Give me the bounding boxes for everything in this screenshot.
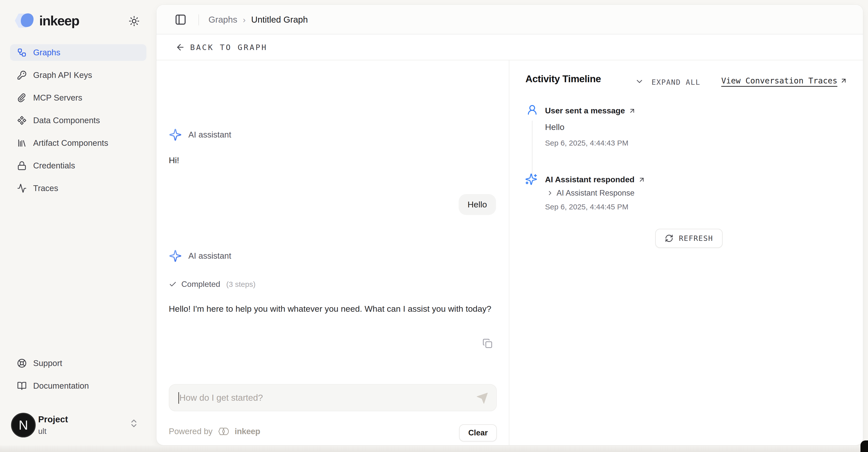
breadcrumb-separator-line — [198, 14, 199, 25]
send-icon — [476, 392, 489, 405]
assistant-name-label: AI assistant — [188, 251, 231, 261]
activity-timeline-panel: Activity Timeline EXPAND ALL View Conver… — [510, 60, 863, 445]
sidebar-item-label: Data Components — [33, 116, 100, 125]
sidebar-footer-nav: Support Documentation — [10, 355, 147, 400]
sparkles-icon — [169, 128, 182, 141]
workflow-icon — [17, 48, 27, 57]
sidebar-item-data-components[interactable]: Data Components — [10, 112, 147, 129]
panel-left-icon — [175, 13, 187, 26]
inkeep-logo-icon — [13, 11, 36, 30]
component-icon — [17, 116, 27, 125]
refresh-label: REFRESH — [679, 234, 713, 243]
refresh-icon — [665, 234, 673, 243]
timeline-event-timestamp: Sep 6, 2025, 4:44:45 PM — [545, 203, 628, 211]
assistant-message-header: AI assistant — [169, 249, 231, 262]
sun-icon — [129, 16, 140, 27]
view-traces-label: View Conversation Traces — [721, 76, 837, 85]
user-icon — [526, 104, 538, 116]
expand-all-button[interactable]: EXPAND ALL — [651, 78, 701, 86]
sidebar-item-label: Support — [33, 359, 62, 368]
completion-status[interactable]: Completed (3 steps) — [169, 280, 255, 289]
event-title-label: User sent a message — [545, 106, 625, 115]
sidebar-item-label: Documentation — [33, 381, 89, 391]
assistant-response-expander[interactable]: AI Assistant Response — [547, 189, 634, 198]
breadcrumb-current-page: Untitled Graph — [251, 15, 308, 25]
refresh-button[interactable]: REFRESH — [655, 229, 722, 248]
lock-icon — [17, 161, 27, 170]
sidebar-item-mcp-servers[interactable]: MCP Servers — [10, 89, 147, 106]
sidebar-item-credentials[interactable]: Credentials — [10, 158, 147, 174]
sidebar-item-graphs[interactable]: Graphs — [10, 44, 147, 61]
copy-button[interactable] — [480, 336, 495, 350]
sidebar-item-documentation[interactable]: Documentation — [10, 377, 147, 394]
user-message-bubble: Hello — [459, 194, 496, 215]
chevrons-up-down-icon — [129, 418, 139, 428]
clear-button[interactable]: Clear — [459, 424, 497, 442]
sidebar-item-support[interactable]: Support — [10, 355, 147, 372]
sidebar: inkeep Graphs — [0, 0, 156, 452]
expander-label: AI Assistant Response — [557, 189, 634, 198]
arrow-up-right-icon — [638, 176, 646, 183]
breadcrumb: Graphs › Untitled Graph — [209, 5, 308, 34]
timeline-event-body: Hello — [545, 122, 564, 132]
arrow-left-icon — [176, 43, 185, 52]
status-label: Completed — [181, 280, 220, 289]
sidebar-item-label: Artifact Components — [33, 138, 108, 148]
theme-toggle-button[interactable] — [127, 14, 141, 28]
paperclip-icon — [17, 93, 27, 103]
inkeep-mark-icon — [217, 426, 230, 436]
arrow-up-right-icon — [840, 77, 847, 84]
life-buoy-icon — [17, 359, 27, 368]
status-steps-count: (3 steps) — [226, 280, 256, 289]
project-selector[interactable]: N Project ult — [10, 410, 149, 443]
timeline-event-title[interactable]: AI Assistant responded — [545, 175, 646, 184]
breadcrumb-bar: Graphs › Untitled Graph — [156, 5, 863, 34]
chevron-down-icon[interactable] — [635, 77, 644, 86]
powered-by: Powered by inkeep — [169, 426, 260, 436]
activity-icon — [17, 183, 27, 193]
arrow-up-right-icon — [628, 107, 636, 115]
sidebar-item-label: Graph API Keys — [33, 70, 92, 80]
assistant-message-1: Hi! — [169, 156, 179, 165]
sidebar-item-label: MCP Servers — [33, 93, 82, 103]
timeline-title: Activity Timeline — [525, 74, 601, 84]
sidebar-item-label: Graphs — [33, 48, 60, 57]
logo-wordmark: inkeep — [39, 13, 79, 28]
chat-footer: Powered by inkeep Clear — [169, 424, 497, 442]
sidebar-collapse-button[interactable] — [174, 13, 187, 26]
check-icon — [169, 280, 177, 288]
breadcrumb-graphs-link[interactable]: Graphs — [209, 15, 237, 25]
project-subtitle: ult — [38, 427, 46, 436]
sidebar-item-label: Traces — [33, 183, 58, 193]
inkeep-logo[interactable]: inkeep — [13, 11, 79, 30]
sparkles-icon — [525, 173, 537, 186]
view-conversation-traces-link[interactable]: View Conversation Traces — [721, 76, 847, 85]
inkeep-dashboard: inkeep Graphs — [0, 0, 868, 452]
sidebar-nav: Graphs Graph API Keys MCP Servers — [10, 44, 147, 203]
main-panel: Graphs › Untitled Graph BACK TO GRAPH — [156, 5, 863, 445]
chat-message-input[interactable] — [179, 385, 463, 411]
chat-input-container — [169, 384, 497, 411]
chat-preview-panel: AI assistant Hi! Hello AI assistant — [156, 60, 509, 445]
sidebar-item-artifact-components[interactable]: Artifact Components — [10, 135, 147, 151]
chevron-right-icon — [547, 190, 554, 197]
powered-by-label: Powered by — [169, 427, 213, 436]
background-window-corner — [861, 441, 868, 452]
timeline-event-timestamp: Sep 6, 2025, 4:44:43 PM — [545, 139, 628, 147]
copy-icon — [483, 338, 493, 348]
clear-button-label: Clear — [468, 428, 488, 437]
timeline-event-title[interactable]: User sent a message — [545, 106, 636, 115]
breadcrumb-chevron: › — [243, 15, 246, 25]
powered-brand-label: inkeep — [235, 427, 260, 436]
assistant-message-header: AI assistant — [169, 128, 231, 141]
window-bottom-edge — [0, 446, 868, 452]
sidebar-item-label: Credentials — [33, 161, 75, 170]
text-caret — [178, 392, 179, 404]
send-button[interactable] — [475, 391, 489, 405]
sparkles-icon — [169, 249, 182, 262]
sidebar-item-traces[interactable]: Traces — [10, 180, 147, 197]
sidebar-item-graph-api-keys[interactable]: Graph API Keys — [10, 67, 147, 83]
back-to-graph-button[interactable]: BACK TO GRAPH — [176, 43, 268, 52]
key-icon — [17, 70, 27, 80]
project-name: Project — [38, 414, 68, 424]
